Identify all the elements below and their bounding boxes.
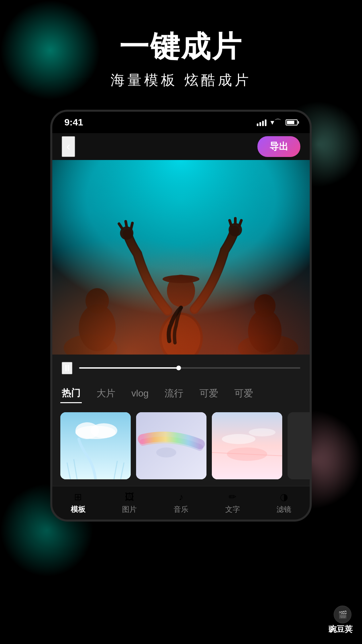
nav-template-label: 模板 — [71, 504, 85, 515]
pause-button[interactable]: ⏸ — [62, 362, 72, 374]
battery-fill — [287, 121, 294, 124]
nav-text[interactable]: ✏ 文字 — [225, 491, 240, 515]
template-thumb-1[interactable] — [60, 412, 131, 479]
tab-vlog[interactable]: vlog — [130, 385, 150, 401]
svg-rect-39 — [288, 412, 310, 479]
bottom-nav: ⊞ 模板 🖼 图片 ♪ 音乐 ✏ 文字 ◑ 滤镜 — [52, 486, 310, 520]
tab-hottest[interactable]: 热门 — [60, 384, 82, 403]
nav-music[interactable]: ♪ 音乐 — [174, 492, 188, 515]
template-icon: ⊞ — [74, 491, 82, 502]
text-icon: ✏ — [229, 491, 236, 502]
watermark-icon: 🎬 — [333, 605, 353, 624]
progress-track[interactable] — [79, 367, 300, 369]
nav-filter[interactable]: ◑ 滤镜 — [277, 491, 291, 515]
progress-thumb — [176, 366, 181, 370]
phone-wrapper: 9:41 ▾⌒ ‹ 导出 — [0, 110, 362, 522]
svg-point-32 — [156, 447, 176, 458]
video-preview — [52, 160, 310, 355]
page-title: 一键成片 — [0, 27, 362, 67]
status-icons: ▾⌒ — [257, 117, 298, 127]
signal-icon — [257, 119, 266, 126]
svg-point-26 — [90, 423, 117, 438]
back-button[interactable]: ‹ — [62, 136, 75, 157]
filter-icon: ◑ — [280, 491, 288, 502]
battery-icon — [286, 119, 298, 125]
tab-cute2[interactable]: 可爱 — [233, 384, 254, 402]
nav-template[interactable]: ⊞ 模板 — [71, 491, 85, 515]
tab-bigfilm[interactable]: 大片 — [95, 384, 117, 402]
tab-popular[interactable]: 流行 — [163, 384, 185, 402]
template-thumb-3[interactable] — [212, 412, 282, 479]
wifi-icon: ▾⌒ — [270, 117, 282, 127]
nav-music-label: 音乐 — [174, 504, 188, 515]
progress-fill — [79, 367, 179, 369]
svg-rect-23 — [60, 412, 131, 479]
svg-rect-33 — [212, 412, 282, 479]
page-header: 一键成片 海量模板 炫酷成片 — [0, 0, 362, 110]
nav-text-label: 文字 — [225, 504, 240, 515]
page-subtitle: 海量模板 炫酷成片 — [0, 71, 362, 90]
svg-point-37 — [227, 447, 267, 461]
phone-frame: 9:41 ▾⌒ ‹ 导出 — [50, 110, 312, 522]
template-thumb-2[interactable] — [136, 412, 206, 479]
app-navbar: ‹ 导出 — [52, 133, 310, 160]
category-tabs: 热门 大片 vlog 流行 可爱 可爱 — [52, 381, 310, 406]
templates-row — [52, 406, 310, 486]
svg-text:🎬: 🎬 — [338, 610, 348, 619]
nav-filter-label: 滤镜 — [277, 504, 291, 515]
svg-point-35 — [222, 434, 255, 444]
status-bar: 9:41 ▾⌒ — [52, 112, 310, 133]
export-button[interactable]: 导出 — [257, 136, 300, 157]
svg-point-36 — [249, 428, 276, 436]
playback-bar: ⏸ — [52, 355, 310, 381]
concert-svg — [52, 160, 310, 355]
photo-icon: 🖼 — [125, 491, 134, 502]
tab-cute1[interactable]: 可爱 — [198, 384, 220, 402]
nav-photo[interactable]: 🖼 图片 — [122, 491, 137, 515]
svg-rect-22 — [52, 160, 310, 355]
watermark-text: 豌豆荚 — [328, 624, 353, 635]
music-icon: ♪ — [179, 492, 183, 502]
watermark: 🎬 豌豆荚 — [328, 605, 353, 635]
status-time: 9:41 — [64, 117, 83, 128]
template-thumb-4[interactable] — [288, 412, 310, 479]
nav-photo-label: 图片 — [122, 504, 137, 515]
